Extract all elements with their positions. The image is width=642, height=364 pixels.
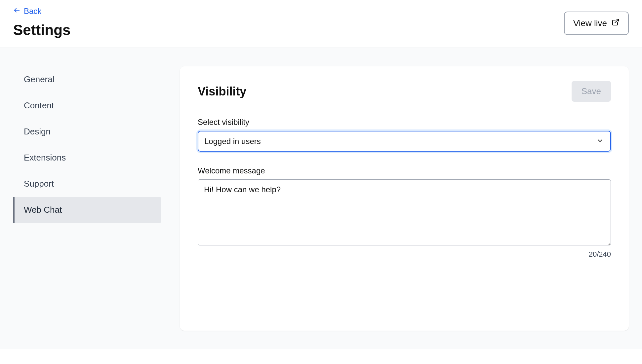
sidebar-item-extensions[interactable]: Extensions — [13, 145, 161, 171]
external-link-icon — [612, 18, 620, 28]
sidebar-item-general[interactable]: General — [13, 66, 161, 92]
welcome-message-textarea[interactable] — [198, 179, 611, 245]
visibility-select[interactable]: Logged in users — [198, 131, 610, 151]
sidebar-item-label: Content — [24, 100, 54, 110]
visibility-select-wrapper[interactable]: Logged in users — [198, 131, 611, 152]
sidebar-item-web-chat[interactable]: Web Chat — [13, 197, 161, 223]
panel-title: Visibility — [198, 85, 246, 98]
sidebar-item-label: Extensions — [24, 153, 66, 163]
sidebar-item-content[interactable]: Content — [13, 92, 161, 119]
sidebar-item-label: General — [24, 74, 55, 84]
view-live-label: View live — [573, 18, 607, 28]
sidebar-item-label: Design — [24, 127, 51, 136]
arrow-left-icon — [13, 7, 20, 16]
save-button[interactable]: Save — [572, 81, 611, 102]
char-counter: 20/240 — [198, 250, 611, 259]
back-link-label: Back — [24, 7, 41, 16]
view-live-button[interactable]: View live — [564, 12, 629, 35]
sidebar-item-design[interactable]: Design — [13, 119, 161, 145]
visibility-field-group: Select visibility Logged in users — [198, 118, 611, 152]
page-header: Back Settings View live — [0, 0, 642, 48]
settings-sidebar: General Content Design Extensions Suppor… — [0, 66, 161, 331]
sidebar-item-label: Web Chat — [24, 205, 62, 215]
visibility-panel: Visibility Save Select visibility Logged… — [180, 66, 629, 331]
page-title: Settings — [13, 22, 71, 38]
content-area: General Content Design Extensions Suppor… — [0, 48, 642, 349]
sidebar-item-label: Support — [24, 179, 54, 189]
welcome-message-group: Welcome message 20/240 — [198, 166, 611, 259]
welcome-message-label: Welcome message — [198, 166, 611, 175]
visibility-label: Select visibility — [198, 118, 611, 127]
panel-header: Visibility Save — [198, 81, 611, 102]
header-left: Back Settings — [13, 7, 71, 38]
back-link[interactable]: Back — [13, 7, 41, 16]
svg-line-1 — [615, 19, 619, 23]
sidebar-item-support[interactable]: Support — [13, 171, 161, 197]
